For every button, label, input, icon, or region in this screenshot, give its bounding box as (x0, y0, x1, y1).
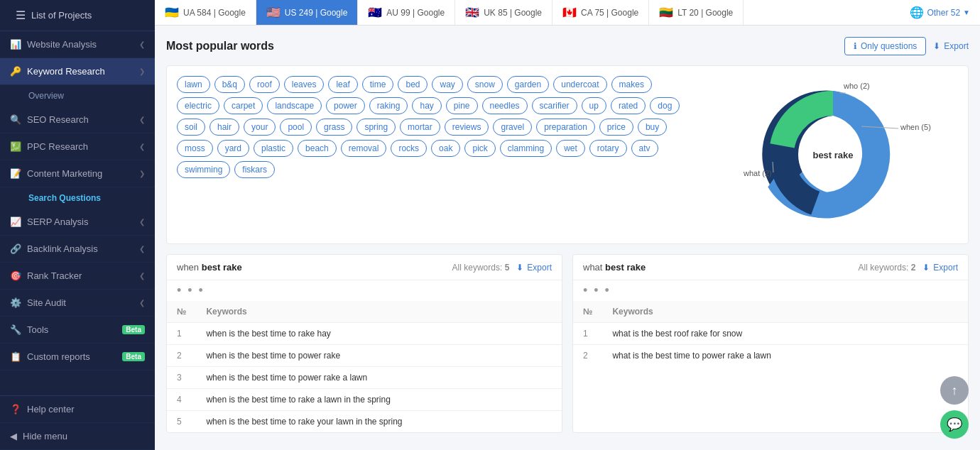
scroll-top-button[interactable]: ↑ (940, 376, 969, 405)
word-section: lawnb&qroofleavesleaftimebedwaysnowgarde… (166, 65, 969, 244)
section-title: Most popular words (166, 40, 274, 53)
word-tag-garden[interactable]: garden (507, 76, 549, 93)
sidebar-item-site-audit[interactable]: ⚙️ Site Audit ❮ (0, 290, 155, 317)
word-tag-rocks[interactable]: rocks (391, 140, 427, 157)
word-tag-needles[interactable]: needles (482, 97, 528, 114)
sidebar-item-tools[interactable]: 🔧 Tools Beta (0, 317, 155, 344)
word-tag-power[interactable]: power (326, 97, 365, 114)
word-tag-leaf[interactable]: leaf (328, 76, 357, 93)
what-prefix: what (583, 262, 605, 273)
download-icon-top: ⬇ (933, 41, 940, 51)
label-when: when (5) (900, 123, 931, 131)
word-tag-soil[interactable]: soil (177, 119, 205, 136)
sidebar-item-rank-tracker[interactable]: 🎯 Rank Tracker ❮ (0, 263, 155, 290)
projects-link[interactable]: ☰ List of Projects (0, 0, 155, 31)
word-tag-preparation[interactable]: preparation (536, 119, 595, 136)
tab-other[interactable]: 🌐 Other 52 ▼ (900, 0, 980, 25)
tab-us[interactable]: 🇺🇸 US 249 | Google (256, 0, 359, 25)
word-tag-removal[interactable]: removal (341, 140, 387, 157)
word-tag-yard[interactable]: yard (217, 140, 249, 157)
word-tag-oak[interactable]: oak (431, 140, 460, 157)
word-tag-landscape[interactable]: landscape (267, 97, 322, 114)
word-tag-scarifier[interactable]: scarifier (532, 97, 577, 114)
donut-chart: when (5) who (2) what (2) best rake (734, 73, 932, 236)
word-cloud: lawnb&qroofleavesleaftimebedwaysnowgarde… (167, 66, 698, 243)
word-tag-raking[interactable]: raking (369, 97, 408, 114)
word-tag-carpet[interactable]: carpet (224, 97, 263, 114)
word-tag-plastic[interactable]: plastic (254, 140, 293, 157)
keyword-research-label: Keyword Research (27, 66, 105, 77)
ppc-research-label: PPC Research (27, 141, 88, 152)
word-tag-price[interactable]: price (599, 119, 633, 136)
word-tag-pick[interactable]: pick (464, 140, 495, 157)
sidebar-item-backlink-analysis[interactable]: 🔗 Backlink Analysis ❮ (0, 236, 155, 263)
word-tag-spring[interactable]: spring (356, 119, 396, 136)
sidebar-item-website-analysis[interactable]: 📊 Website Analysis ❮ (0, 31, 155, 58)
sidebar-item-serp-analysis[interactable]: 📈 SERP Analysis ❮ (0, 209, 155, 236)
tab-ua[interactable]: 🇺🇦 UA 584 | Google (155, 0, 256, 25)
tab-ca[interactable]: 🇨🇦 CA 75 | Google (552, 0, 649, 25)
word-tag-bed[interactable]: bed (398, 76, 428, 93)
word-tag-time[interactable]: time (362, 76, 394, 93)
sidebar-item-content-marketing[interactable]: 📝 Content Marketing ❯ (0, 160, 155, 187)
download-icon-what: ⬇ (922, 263, 930, 273)
word-tag-mortar[interactable]: mortar (400, 119, 440, 136)
word-tag-snow[interactable]: snow (467, 76, 503, 93)
export-button-top[interactable]: ⬇ Export (933, 41, 969, 51)
sidebar-item-help-center[interactable]: ❓ Help center (0, 396, 155, 423)
word-tag-rated[interactable]: rated (611, 97, 646, 114)
word-tag-buy[interactable]: buy (638, 119, 667, 136)
word-tag-rotary[interactable]: rotary (589, 140, 627, 157)
word-tag-hair[interactable]: hair (209, 119, 239, 136)
sidebar-item-seo-research[interactable]: 🔍 SEO Research ❮ (0, 106, 155, 133)
when-prefix: when (177, 262, 202, 273)
word-tag-leaves[interactable]: leaves (284, 76, 325, 93)
word-tag-bq[interactable]: b&q (214, 76, 245, 93)
sidebar-item-hide-menu[interactable]: ◀ Hide menu (0, 423, 155, 450)
tab-uk-label: UK 85 | Google (484, 8, 542, 18)
word-tag-up[interactable]: up (582, 97, 606, 114)
word-tag-fiskars[interactable]: fiskars (234, 161, 275, 178)
segment-what-v2 (770, 91, 833, 148)
word-tag-wet[interactable]: wet (556, 140, 585, 157)
only-questions-button[interactable]: ℹ Only questions (844, 37, 926, 55)
tab-uk[interactable]: 🇬🇧 UK 85 | Google (455, 0, 552, 25)
export-button-when[interactable]: ⬇ Export (516, 263, 552, 273)
word-tag-pine[interactable]: pine (446, 97, 478, 114)
word-tag-way[interactable]: way (432, 76, 462, 93)
sidebar-sub-overview[interactable]: Overview (0, 85, 155, 106)
word-tag-electric[interactable]: electric (177, 97, 219, 114)
row-num: 5 (167, 411, 196, 433)
content-icon: 📝 (10, 168, 21, 179)
sidebar-sub-search-questions[interactable]: Search Questions (0, 187, 155, 209)
word-tag-lawn[interactable]: lawn (177, 76, 210, 93)
word-tag-your[interactable]: your (244, 119, 276, 136)
rank-icon: 🎯 (10, 270, 21, 281)
when-keyword: best rake (202, 262, 242, 273)
sidebar-item-keyword-research[interactable]: 🔑 Keyword Research ❯ (0, 58, 155, 85)
word-tag-atv[interactable]: atv (631, 140, 658, 157)
tables-row: when best rake All keywords: 5 ⬇ Export (166, 254, 969, 433)
word-tag-undercoat[interactable]: undercoat (553, 76, 606, 93)
word-tag-roof[interactable]: roof (249, 76, 280, 93)
word-tag-makes[interactable]: makes (611, 76, 652, 93)
tab-au[interactable]: 🇦🇺 AU 99 | Google (358, 0, 455, 25)
word-tag-beach[interactable]: beach (298, 140, 337, 157)
word-tag-gravel[interactable]: gravel (493, 119, 532, 136)
tab-lt[interactable]: 🇱🇹 LT 20 | Google (649, 0, 744, 25)
word-tag-hay[interactable]: hay (412, 97, 441, 114)
word-tag-dog[interactable]: dog (650, 97, 680, 114)
word-tag-moss[interactable]: moss (177, 140, 213, 157)
chat-button[interactable]: 💬 (940, 410, 969, 439)
chart-area: when (5) who (2) what (2) best rake (698, 66, 968, 243)
word-tag-reviews[interactable]: reviews (445, 119, 489, 136)
word-tag-clamming[interactable]: clamming (500, 140, 552, 157)
export-button-what[interactable]: ⬇ Export (922, 263, 958, 273)
word-tag-swimming[interactable]: swimming (177, 161, 230, 178)
projects-label: List of Projects (31, 10, 92, 21)
word-tag-pool[interactable]: pool (280, 119, 312, 136)
word-tag-grass[interactable]: grass (316, 119, 352, 136)
sidebar-item-custom-reports[interactable]: 📋 Custom reports Beta (0, 344, 155, 371)
content-marketing-label: Content Marketing (27, 168, 102, 179)
sidebar-item-ppc-research[interactable]: 💹 PPC Research ❮ (0, 133, 155, 160)
